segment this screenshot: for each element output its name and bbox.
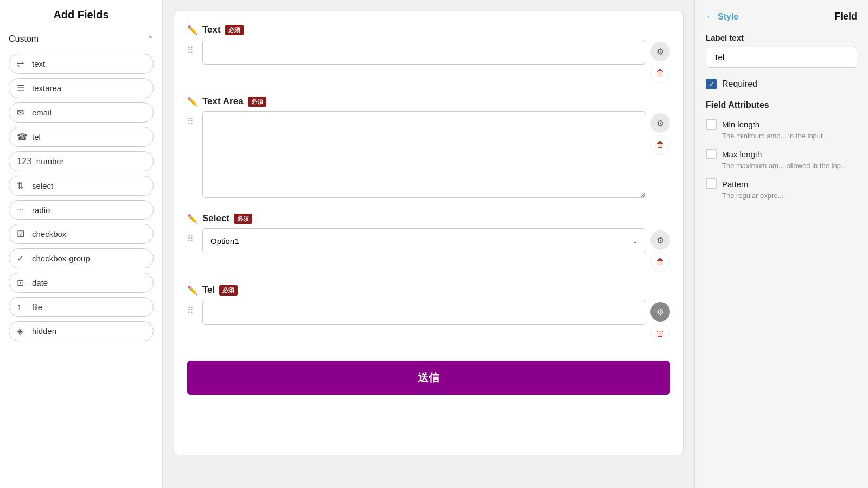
min-length-label: Min length	[722, 120, 760, 129]
file-icon: ↑	[17, 302, 28, 312]
select-required-badge: 必須	[234, 214, 252, 224]
tel-settings-button[interactable]: ⚙	[650, 302, 670, 322]
select-settings-button[interactable]: ⚙	[650, 230, 670, 250]
tel-icon: ☎	[17, 132, 28, 142]
text-icon: ⇌	[17, 59, 28, 69]
tel-input[interactable]	[202, 300, 646, 325]
tel-edit-icon[interactable]: ✏️	[187, 285, 198, 296]
pattern-desc: The regular expre...	[706, 191, 857, 200]
textarea-field-label: Text Area	[202, 96, 244, 107]
field-attrs-section: Field Attributes Min length The minimum …	[706, 100, 857, 200]
radio-icon: ···	[17, 205, 28, 215]
date-icon: ⊡	[17, 278, 28, 288]
attr-max-length-row: Max length	[706, 149, 857, 159]
pattern-checkbox[interactable]	[706, 178, 717, 189]
field-item-label: date	[32, 278, 48, 287]
field-item-label: checkbox	[32, 229, 66, 239]
label-text-input[interactable]	[706, 47, 857, 68]
text-edit-icon[interactable]: ✏️	[187, 25, 198, 35]
select-icon: ⇅	[17, 181, 28, 191]
checkbox-group-icon: ✓	[17, 253, 28, 264]
submit-button[interactable]: 送信	[187, 361, 670, 395]
field-item-label: checkbox-group	[32, 254, 90, 263]
text-settings-button[interactable]: ⚙	[650, 42, 670, 61]
sidebar-field-list: ⇌ text ☰ textarea ✉ email ☎ tel 123̲ num…	[9, 54, 154, 341]
text-delete-button[interactable]: 🗑	[650, 63, 670, 83]
required-row: ✓ Required	[706, 79, 857, 89]
text-drag-handle[interactable]: ⠿	[187, 40, 198, 55]
textarea-input-area	[202, 111, 646, 200]
right-panel-header: ← Style Field	[706, 11, 857, 22]
style-button-label: Style	[718, 12, 738, 22]
select-edit-icon[interactable]: ✏️	[187, 214, 198, 224]
field-item-label: email	[32, 108, 52, 117]
attr-min-length: Min length The minimum amo... in the inp…	[706, 119, 857, 140]
field-item-checkbox[interactable]: ☑ checkbox	[9, 224, 154, 244]
tel-field-actions: ⚙ 🗑	[650, 300, 670, 343]
field-item-label: hidden	[32, 326, 56, 336]
field-item-number[interactable]: 123̲ number	[9, 151, 154, 171]
field-item-label: number	[36, 157, 64, 166]
min-length-checkbox[interactable]	[706, 119, 717, 130]
tel-field-block: ✏️ Tel 必須 ⠿ ⚙ 🗑	[187, 285, 670, 343]
field-item-select[interactable]: ⇅ select	[9, 176, 154, 196]
textarea-settings-button[interactable]: ⚙	[650, 113, 670, 133]
field-item-label: file	[32, 303, 42, 312]
sidebar: Add Fields Custom ⌃ ⇌ text ☰ textarea ✉ …	[0, 0, 163, 488]
text-field-block: ✏️ Text 必須 ⠿ ⚙ 🗑	[187, 24, 670, 83]
select-field-row: ⠿ Option1 ⌄ ⚙ 🗑	[187, 228, 670, 272]
max-length-desc: The maximum am... allowed in the inp...	[706, 162, 857, 170]
chevron-up-icon: ⌃	[147, 35, 154, 43]
main-area: ✏️ Text 必須 ⠿ ⚙ 🗑 ✏️ Text Area 必須	[163, 0, 694, 488]
select-input[interactable]: Option1	[202, 228, 646, 253]
field-item-tel[interactable]: ☎ tel	[9, 127, 154, 147]
form-container: ✏️ Text 必須 ⠿ ⚙ 🗑 ✏️ Text Area 必須	[174, 11, 684, 455]
tel-delete-button[interactable]: 🗑	[650, 324, 670, 343]
text-input[interactable]	[202, 40, 646, 65]
textarea-input[interactable]	[202, 111, 646, 198]
attr-pattern-row: Pattern	[706, 178, 857, 189]
textarea-drag-handle[interactable]: ⠿	[187, 111, 198, 127]
textarea-field-block: ✏️ Text Area 必須 ⠿ ⚙ 🗑	[187, 96, 670, 200]
textarea-icon: ☰	[17, 83, 28, 93]
field-item-checkbox-group[interactable]: ✓ checkbox-group	[9, 248, 154, 268]
select-field-block: ✏️ Select 必須 ⠿ Option1 ⌄ ⚙ 🗑	[187, 213, 670, 272]
style-button[interactable]: ← Style	[706, 12, 738, 22]
field-item-file[interactable]: ↑ file	[9, 297, 154, 317]
max-length-label: Max length	[722, 150, 762, 159]
field-item-label: text	[32, 59, 45, 68]
textarea-required-badge: 必須	[248, 97, 266, 107]
tel-label-row: ✏️ Tel 必須	[187, 285, 670, 296]
max-length-checkbox[interactable]	[706, 149, 717, 159]
email-icon: ✉	[17, 107, 28, 118]
text-field-label: Text	[202, 24, 221, 35]
field-item-hidden[interactable]: ◈ hidden	[9, 321, 154, 341]
tel-field-row: ⠿ ⚙ 🗑	[187, 300, 670, 343]
field-item-label: textarea	[32, 84, 61, 93]
tel-required-badge: 必須	[219, 285, 238, 296]
sidebar-section-label: Custom	[9, 34, 39, 44]
textarea-edit-icon[interactable]: ✏️	[187, 97, 198, 107]
required-checkbox[interactable]: ✓	[706, 79, 717, 89]
field-item-radio[interactable]: ··· radio	[9, 200, 154, 220]
field-item-text[interactable]: ⇌ text	[9, 54, 154, 74]
tel-drag-handle[interactable]: ⠿	[187, 300, 198, 316]
textarea-delete-button[interactable]: 🗑	[650, 135, 670, 155]
field-item-textarea[interactable]: ☰ textarea	[9, 78, 154, 98]
min-length-desc: The minimum amo... in the input.	[706, 132, 857, 140]
field-item-email[interactable]: ✉ email	[9, 102, 154, 123]
select-drag-handle[interactable]: ⠿	[187, 228, 198, 244]
textarea-field-row: ⠿ ⚙ 🗑	[187, 111, 670, 200]
select-wrapper: Option1 ⌄	[202, 228, 646, 253]
label-text-heading: Label text	[706, 33, 857, 42]
attr-min-length-row: Min length	[706, 119, 857, 130]
select-input-area: Option1 ⌄	[202, 228, 646, 253]
select-delete-button[interactable]: 🗑	[650, 252, 670, 272]
text-required-badge: 必須	[225, 25, 244, 35]
sidebar-section-custom[interactable]: Custom ⌃	[9, 30, 154, 48]
label-text-section: Label text	[706, 33, 857, 68]
field-item-date[interactable]: ⊡ date	[9, 273, 154, 293]
field-item-label: tel	[32, 132, 41, 142]
number-icon: 123̲	[17, 156, 32, 166]
textarea-field-actions: ⚙ 🗑	[650, 111, 670, 155]
